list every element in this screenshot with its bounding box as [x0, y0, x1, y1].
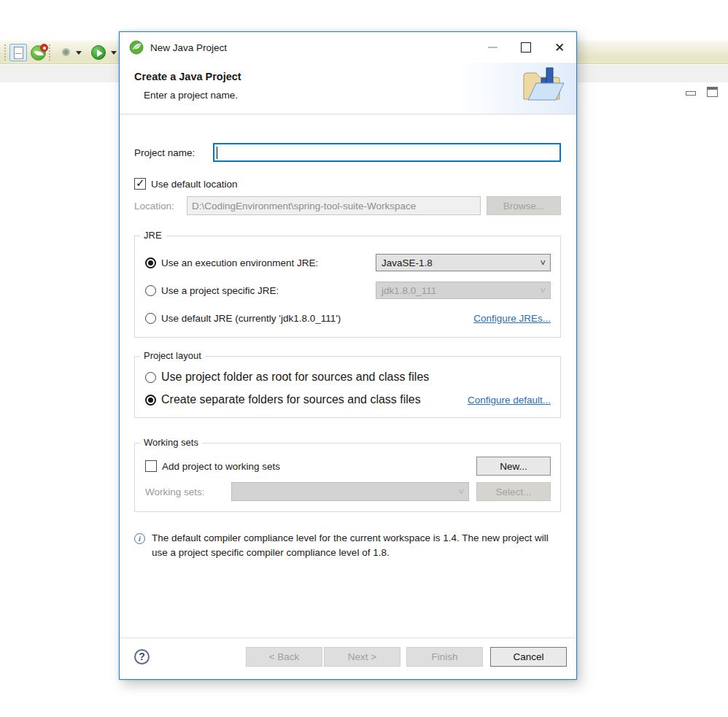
info-message-text: The default compiler compliance level fo…	[152, 531, 561, 560]
working-sets-select-row: Working sets: Select...	[145, 482, 551, 501]
browse-button: Browse...	[487, 196, 561, 215]
wizard-subtitle: Enter a project name.	[120, 82, 576, 101]
project-specific-radio[interactable]	[145, 285, 156, 296]
use-default-location-option[interactable]: Use default location	[134, 177, 561, 190]
project-jre-combo: jdk1.8.0_111	[376, 282, 551, 299]
close-button[interactable]: ✕	[543, 36, 576, 58]
select-working-sets-button: Select...	[476, 482, 551, 501]
new-working-set-button[interactable]: New...	[476, 457, 551, 476]
next-button: Next >	[324, 647, 400, 667]
chevron-down-icon	[540, 258, 546, 268]
add-working-sets-checkbox[interactable]	[145, 460, 157, 472]
location-input: D:\CodingEnvironment\spring-tool-suite-W…	[187, 196, 481, 215]
chevron-down-icon	[540, 286, 546, 295]
maximize-icon	[521, 42, 531, 53]
execution-env-combo[interactable]: JavaSE-1.8	[376, 254, 551, 271]
wizard-title: Create a Java Project	[120, 63, 576, 82]
project-folder-radio[interactable]	[145, 372, 156, 383]
new-java-project-dialog: New Java Project ✕ Create a Java Project…	[119, 31, 577, 680]
text-caret	[217, 147, 217, 159]
working-sets-label: Working sets:	[145, 487, 231, 497]
location-label: Location:	[134, 201, 187, 212]
spring-leaf-icon	[129, 40, 144, 55]
toolbar-separator	[49, 44, 51, 61]
separate-folders-radio[interactable]	[145, 395, 156, 406]
run-icon[interactable]	[91, 45, 106, 60]
wizard-header: Create a Java Project Enter a project na…	[120, 63, 576, 115]
add-working-sets-row: Add project to working sets New...	[145, 457, 551, 476]
info-message-block: i The default compiler compliance level …	[134, 531, 561, 560]
desktop: ✺ New Java Project ✕ Create a J	[0, 0, 728, 717]
dialog-footer: ? < Back Next > Finish Cancel	[120, 637, 576, 679]
location-row: Location: D:\CodingEnvironment\spring-to…	[134, 196, 561, 215]
working-sets-group-label: Working sets	[140, 437, 202, 448]
project-name-row: Project name:	[134, 143, 561, 162]
project-layout-group-label: Project layout	[140, 350, 205, 361]
use-default-location-label: Use default location	[151, 179, 238, 190]
new-project-folder-icon	[519, 66, 567, 109]
jre-group-label: JRE	[140, 230, 166, 241]
view-controls	[686, 87, 718, 97]
minimize-view-icon[interactable]	[686, 91, 696, 96]
project-name-input[interactable]	[213, 143, 561, 162]
debug-icon[interactable]: ✺	[61, 46, 71, 59]
execution-env-radio[interactable]	[145, 257, 156, 268]
toolbar-separator	[4, 44, 7, 61]
maximize-button[interactable]	[509, 36, 543, 58]
jre-option-project-specific[interactable]: Use a project specific JRE: jdk1.8.0_111	[145, 282, 551, 299]
info-icon: i	[134, 533, 145, 544]
use-default-location-checkbox[interactable]	[134, 178, 146, 190]
toolbar-icon-group: ✺	[1, 42, 138, 63]
jre-option-default[interactable]: Use default JRE (currently 'jdk1.8.0_111…	[145, 309, 551, 327]
outline-view-icon[interactable]	[9, 44, 27, 61]
spring-boot-icon[interactable]	[31, 45, 46, 61]
debug-dropdown-icon[interactable]	[76, 51, 82, 55]
restore-view-icon[interactable]	[707, 87, 718, 97]
working-sets-group: Working sets Add project to working sets…	[134, 443, 561, 512]
finish-button: Finish	[406, 647, 483, 667]
layout-option-separate-folders[interactable]: Create separate folders for sources and …	[145, 392, 551, 407]
project-name-label: Project name:	[134, 147, 213, 158]
configure-jres-link[interactable]: Configure JREs...	[473, 313, 551, 324]
configure-default-link[interactable]: Configure default...	[468, 395, 551, 406]
notification-badge	[40, 44, 48, 52]
minimize-button[interactable]	[476, 36, 509, 58]
project-layout-group: Project layout Use project folder as roo…	[134, 356, 561, 418]
working-sets-combo	[231, 482, 469, 501]
dialog-titlebar[interactable]: New Java Project ✕	[120, 32, 576, 63]
chevron-down-icon	[458, 487, 464, 497]
default-jre-radio[interactable]	[145, 313, 156, 324]
minimize-icon	[488, 47, 497, 48]
back-button: < Back	[246, 647, 322, 667]
jre-group: JRE Use an execution environment JRE: Ja…	[134, 236, 561, 338]
jre-option-execution-env[interactable]: Use an execution environment JRE: JavaSE…	[145, 254, 551, 271]
wizard-body: Project name: Use default location Locat…	[120, 143, 576, 560]
layout-option-project-folder[interactable]: Use project folder as root for sources a…	[145, 370, 551, 384]
help-icon[interactable]: ?	[134, 649, 150, 664]
close-icon: ✕	[554, 42, 565, 54]
cancel-button[interactable]: Cancel	[490, 647, 567, 667]
run-dropdown-icon[interactable]	[111, 51, 117, 55]
dialog-title: New Java Project	[150, 42, 227, 53]
